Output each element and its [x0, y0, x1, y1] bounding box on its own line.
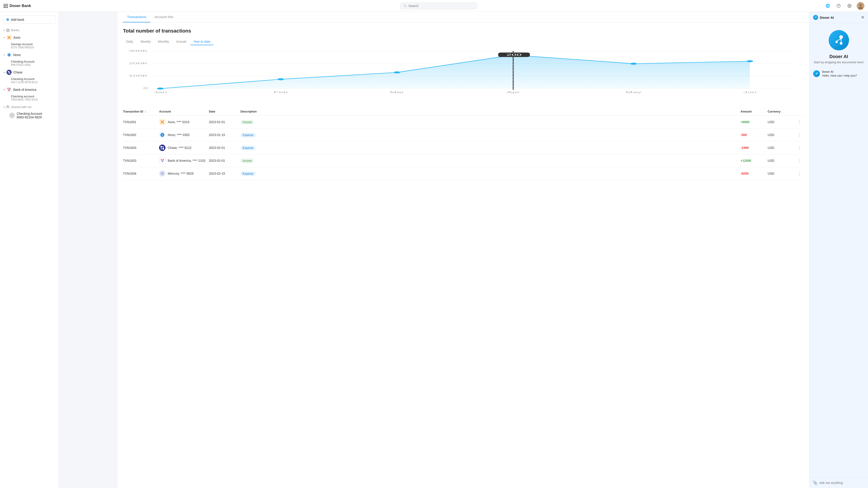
th-transaction-id: Transaction ID [123, 110, 159, 113]
boa-checking-account[interactable]: Checking account 7004-8841-7002-9123 [3, 94, 56, 102]
shared-label: Shared with me [11, 105, 31, 109]
chart-tab-annual[interactable]: Annual [173, 38, 189, 45]
sort-icon[interactable] [144, 110, 147, 113]
chart-tab-ytd[interactable]: Year to date [190, 38, 213, 45]
chase-checking-name: Checking Account [11, 77, 54, 80]
more-button-4[interactable]: ⋮ [795, 158, 804, 163]
chase-bank-icon [6, 70, 11, 75]
ai-logo-svg [832, 33, 846, 47]
page-content: Total number of transactions Daily Weekl… [118, 23, 809, 186]
svg-text:Apr: Apr [507, 91, 520, 94]
ai-close-button[interactable]: ✕ [861, 15, 864, 20]
txn-amount-4: +12000 [741, 159, 768, 162]
help-icon[interactable] [835, 2, 842, 9]
tab-bar: Transactions Account Info [118, 12, 809, 23]
search-box[interactable] [400, 2, 477, 9]
shared-checking-account[interactable]: Checking Account 6583-92104-5829 [3, 110, 56, 121]
bank-icon [6, 28, 10, 32]
svg-point-6 [858, 6, 863, 10]
ai-msg-text: Hello. How can i help you? [822, 74, 857, 77]
th-currency: Currency [768, 110, 795, 113]
novo-checking-name: Checking Account [11, 60, 54, 63]
boa-checking-number: 7004-8841-7002-9123 [11, 98, 54, 101]
th-account: Account [159, 110, 209, 113]
tab-transactions[interactable]: Transactions [123, 12, 150, 22]
ai-input-area: 📎 [809, 477, 868, 488]
svg-rect-7 [6, 30, 9, 32]
bank-row-axos[interactable]: ▾ Axos [3, 34, 56, 41]
txn-desc-3: Expense [241, 146, 741, 150]
svg-rect-17 [9, 72, 10, 74]
ai-brand-name: Dooer AI [829, 54, 848, 59]
axos-savings-account[interactable]: Savings Account 9170-1000-000319 [3, 41, 56, 50]
settings-icon[interactable] [846, 2, 853, 9]
globe-icon[interactable]: 🌐 [824, 2, 831, 9]
chart-container: 300K 200K 100K 0 [123, 49, 804, 98]
bank-row-novo[interactable]: ▾ N Novo [3, 51, 56, 59]
txn-currency-5: USD [768, 172, 795, 175]
more-button-5[interactable]: ⋮ [795, 171, 804, 176]
search-input[interactable] [408, 4, 474, 8]
svg-rect-55 [160, 146, 162, 148]
svg-point-41 [747, 60, 753, 62]
content-area: Transactions Account Info Total number o… [118, 12, 809, 488]
svg-text:200K: 200K [128, 62, 148, 65]
boa-bank-name: Bank of America [13, 88, 36, 92]
svg-point-37 [277, 78, 284, 80]
attach-icon[interactable]: 📎 [813, 480, 817, 485]
ai-chat-input[interactable] [819, 481, 865, 485]
add-bank-button[interactable]: ⊕ Add bank [3, 15, 56, 24]
app-logo: Dooer Bank [4, 4, 53, 8]
table-row: TXN1004 Mercury, **** 5829 2023- [123, 167, 804, 180]
svg-text:Jan: Jan [154, 91, 167, 94]
more-button-1[interactable]: ⋮ [795, 120, 804, 125]
txn-account-5: Mercury, **** 5829 [159, 170, 209, 177]
novo-checking-number: 948-57621-0352 [11, 63, 54, 66]
chart-tab-daily[interactable]: Daily [123, 38, 136, 45]
svg-text:May: May [626, 91, 642, 94]
novo-bank-icon: N [6, 53, 11, 57]
more-button-3[interactable]: ⋮ [795, 145, 804, 150]
ai-messages: Dooer AI Hello. How can i help you? [809, 68, 868, 477]
svg-point-36 [157, 88, 164, 90]
txn-date-5: 2023-02-15 [209, 172, 241, 175]
boa-badge-4 [159, 158, 165, 164]
tab-account-info[interactable]: Account Info [150, 12, 177, 22]
txn-date-4: 2023-02-01 [209, 159, 241, 162]
chart-tab-monthly[interactable]: Monthly [155, 38, 172, 45]
axos-savings-number: 9170-1000-000319 [11, 46, 54, 49]
bank-row-chase[interactable]: ▾ Chase [3, 68, 56, 76]
svg-rect-15 [9, 71, 10, 72]
bank-row-boa[interactable]: ▾ Bank of America [3, 86, 56, 94]
chevron-novo: ▾ [4, 54, 5, 56]
avatar[interactable] [857, 2, 864, 10]
txn-amount-1: +9000 [741, 120, 768, 124]
ai-panel: Dooer AI ✕ Dooer AI Start by dropping th… [809, 12, 868, 488]
ai-logo-area: Dooer AI Start by dropping the documents… [809, 23, 868, 68]
shared-acct-number: 6583-92104-5829 [17, 116, 42, 119]
more-button-2[interactable]: ⋮ [795, 132, 804, 137]
ai-msg-icon [813, 70, 820, 77]
svg-point-22 [7, 105, 8, 107]
svg-point-76 [817, 72, 817, 73]
ai-logo [829, 30, 849, 51]
bank-group-novo: ▾ N Novo Checking Account 948-57621-0352 [3, 51, 56, 68]
svg-point-77 [816, 74, 816, 74]
banks-label: Banks [11, 29, 19, 32]
ai-subtitle: Start by dropping the documents here! [814, 61, 864, 64]
chevron-chase: ▾ [4, 71, 5, 74]
chart-tab-weekly[interactable]: Weekly [137, 38, 154, 45]
novo-checking-account[interactable]: Checking Account 948-57621-0352 [3, 59, 56, 68]
chase-bank-name: Chase [13, 70, 22, 74]
chase-checking-account[interactable]: Checking Account 4417-1235-5678-9112 [3, 76, 56, 85]
svg-line-74 [837, 39, 841, 41]
svg-point-68 [816, 18, 816, 18]
novo-bank-name: Novo [13, 53, 21, 57]
boa-checking-name: Checking account [11, 95, 54, 98]
svg-line-59 [161, 159, 162, 162]
txn-id-4: TXN1003 [123, 159, 159, 162]
th-date: Date [209, 110, 241, 113]
ai-header-title: Dooer AI [813, 15, 834, 20]
svg-point-71 [839, 35, 843, 39]
txn-id-3: TXN1003 [123, 146, 159, 150]
